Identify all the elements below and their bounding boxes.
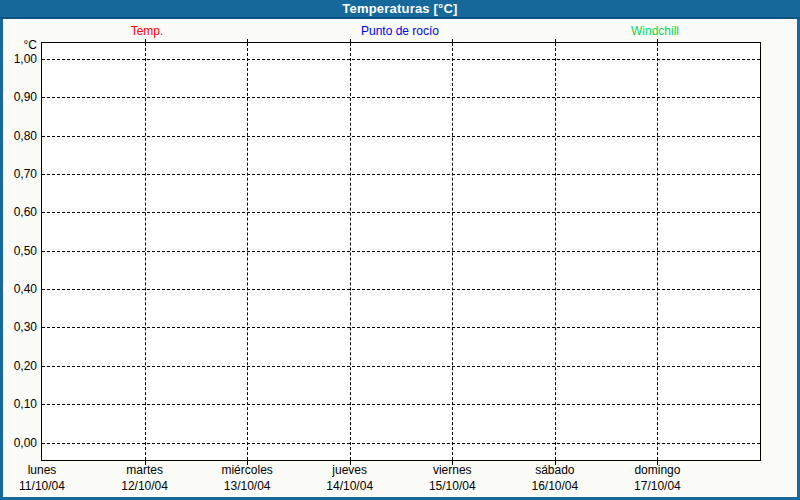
x-day-label: martes bbox=[126, 463, 163, 477]
legend-item-2: Punto de rocío bbox=[361, 24, 439, 38]
day-boundary-tick-top bbox=[350, 39, 351, 42]
x-day-label: domingo bbox=[634, 463, 680, 477]
h-gridline bbox=[42, 59, 760, 60]
h-gridline bbox=[42, 366, 760, 367]
chart-title-bar: Temperaturas [°C] bbox=[0, 0, 800, 19]
x-date-label: 16/10/04 bbox=[531, 479, 578, 493]
day-boundary-tick-top bbox=[555, 39, 556, 42]
day-boundary-tick-bottom bbox=[247, 461, 248, 465]
h-gridline bbox=[42, 212, 760, 213]
x-date-label: 12/10/04 bbox=[121, 479, 168, 493]
y-tick-label: 0,70 bbox=[0, 167, 37, 181]
day-boundary-tick-bottom bbox=[145, 461, 146, 465]
h-gridline bbox=[42, 327, 760, 328]
y-tick-label: 0,10 bbox=[0, 397, 37, 411]
h-gridline bbox=[42, 251, 760, 252]
x-date-label: 11/10/04 bbox=[19, 479, 65, 493]
plot-area bbox=[41, 42, 761, 461]
y-tick-label: 0,20 bbox=[0, 359, 37, 373]
v-gridline bbox=[145, 43, 146, 460]
h-gridline bbox=[42, 174, 760, 175]
h-gridline bbox=[42, 97, 760, 98]
h-gridline bbox=[42, 404, 760, 405]
day-boundary-tick-bottom bbox=[350, 461, 351, 465]
x-day-label: miércoles bbox=[221, 463, 272, 477]
day-boundary-tick-top bbox=[452, 39, 453, 42]
legend-item-3: Windchill bbox=[631, 24, 679, 38]
y-tick-label: 0,40 bbox=[0, 282, 37, 296]
day-boundary-tick-top bbox=[657, 39, 658, 42]
v-gridline bbox=[350, 43, 351, 460]
day-boundary-tick-bottom bbox=[657, 461, 658, 465]
day-boundary-tick-bottom bbox=[452, 461, 453, 465]
day-boundary-tick-top bbox=[145, 39, 146, 42]
legend-item-1: Temp. bbox=[131, 24, 164, 38]
day-boundary-tick-top bbox=[247, 39, 248, 42]
v-gridline bbox=[555, 43, 556, 460]
weather-chart-window: Temperaturas [°C] Temp.Punto de rocíoWin… bbox=[0, 0, 800, 500]
y-tick-label: 0,00 bbox=[0, 436, 37, 450]
y-axis-unit: °C bbox=[0, 38, 37, 52]
y-tick-label: 0,50 bbox=[0, 244, 37, 258]
h-gridline bbox=[42, 289, 760, 290]
x-day-label: lunes bbox=[28, 463, 57, 477]
h-gridline bbox=[42, 443, 760, 444]
v-gridline bbox=[657, 43, 658, 460]
x-date-label: 17/10/04 bbox=[634, 479, 681, 493]
x-date-label: 13/10/04 bbox=[224, 479, 271, 493]
h-gridline bbox=[42, 136, 760, 137]
y-tick-label: 0,80 bbox=[0, 129, 37, 143]
day-boundary-tick-bottom bbox=[555, 461, 556, 465]
y-tick-label: 1,00 bbox=[0, 52, 37, 66]
x-day-label: sábado bbox=[535, 463, 574, 477]
chart-title: Temperaturas [°C] bbox=[342, 1, 457, 16]
x-day-label: viernes bbox=[433, 463, 472, 477]
v-gridline bbox=[452, 43, 453, 460]
y-tick-label: 0,90 bbox=[0, 90, 37, 104]
x-date-label: 15/10/04 bbox=[429, 479, 476, 493]
y-tick-label: 0,30 bbox=[0, 320, 37, 334]
x-day-label: jueves bbox=[332, 463, 367, 477]
v-gridline bbox=[247, 43, 248, 460]
y-tick-label: 0,60 bbox=[0, 205, 37, 219]
x-date-label: 14/10/04 bbox=[326, 479, 373, 493]
